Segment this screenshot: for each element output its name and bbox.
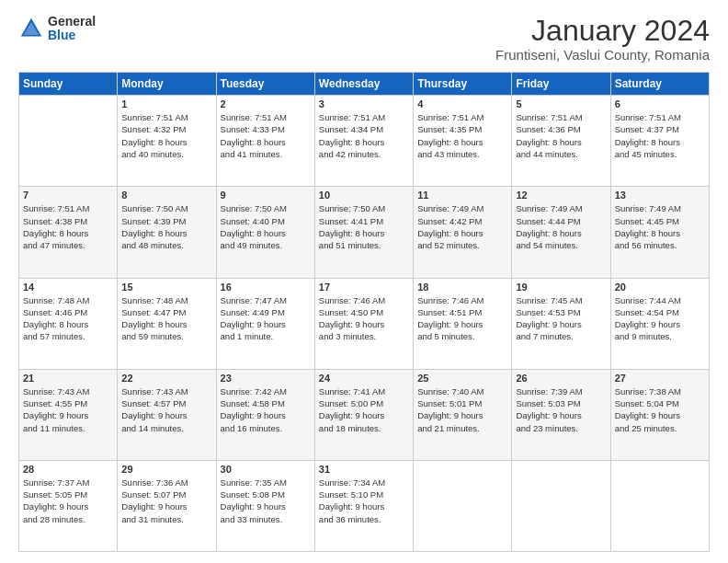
calendar-weekday: Tuesday: [216, 73, 314, 96]
day-number: 25: [417, 373, 507, 384]
day-number: 11: [417, 190, 507, 201]
calendar-cell: 24Sunrise: 7:41 AMSunset: 5:00 PMDayligh…: [314, 369, 413, 460]
calendar-cell: 11Sunrise: 7:49 AMSunset: 4:42 PMDayligh…: [414, 187, 512, 278]
day-number: 20: [615, 282, 705, 293]
day-info: Sunrise: 7:47 AMSunset: 4:49 PMDaylight:…: [221, 294, 311, 343]
day-info: Sunrise: 7:50 AMSunset: 4:39 PMDaylight:…: [121, 202, 211, 251]
calendar-row: 7Sunrise: 7:51 AMSunset: 4:38 PMDaylight…: [19, 187, 710, 278]
calendar-cell: 14Sunrise: 7:48 AMSunset: 4:46 PMDayligh…: [19, 278, 118, 369]
calendar-cell: [610, 460, 709, 551]
day-info: Sunrise: 7:51 AMSunset: 4:32 PMDaylight:…: [121, 111, 211, 160]
day-info: Sunrise: 7:49 AMSunset: 4:45 PMDaylight:…: [615, 202, 705, 251]
calendar-cell: 23Sunrise: 7:42 AMSunset: 4:58 PMDayligh…: [216, 369, 314, 460]
day-number: 30: [221, 464, 311, 475]
day-number: 16: [221, 282, 311, 293]
calendar-cell: [512, 460, 610, 551]
calendar-cell: 22Sunrise: 7:43 AMSunset: 4:57 PMDayligh…: [118, 369, 216, 460]
day-info: Sunrise: 7:50 AMSunset: 4:40 PMDaylight:…: [221, 202, 311, 251]
day-number: 23: [221, 373, 311, 384]
day-number: 8: [121, 190, 211, 201]
calendar-cell: 31Sunrise: 7:34 AMSunset: 5:10 PMDayligh…: [314, 460, 413, 551]
calendar-row: 1Sunrise: 7:51 AMSunset: 4:32 PMDaylight…: [19, 96, 710, 187]
day-info: Sunrise: 7:37 AMSunset: 5:05 PMDaylight:…: [23, 477, 113, 525]
calendar-row: 28Sunrise: 7:37 AMSunset: 5:05 PMDayligh…: [19, 460, 710, 551]
day-number: 26: [516, 373, 606, 384]
day-info: Sunrise: 7:43 AMSunset: 4:57 PMDaylight:…: [121, 385, 211, 434]
day-info: Sunrise: 7:42 AMSunset: 4:58 PMDaylight:…: [221, 385, 311, 434]
calendar-cell: [19, 96, 118, 187]
calendar-cell: 18Sunrise: 7:46 AMSunset: 4:51 PMDayligh…: [414, 278, 512, 369]
day-number: 22: [121, 373, 211, 384]
calendar-cell: 8Sunrise: 7:50 AMSunset: 4:39 PMDaylight…: [118, 187, 216, 278]
day-info: Sunrise: 7:51 AMSunset: 4:38 PMDaylight:…: [23, 202, 113, 251]
day-number: 12: [516, 190, 606, 201]
calendar-cell: 12Sunrise: 7:49 AMSunset: 4:44 PMDayligh…: [512, 187, 610, 278]
calendar-weekday: Sunday: [19, 73, 118, 96]
day-number: 28: [23, 464, 113, 475]
day-info: Sunrise: 7:49 AMSunset: 4:44 PMDaylight:…: [516, 202, 606, 251]
day-info: Sunrise: 7:40 AMSunset: 5:01 PMDaylight:…: [417, 385, 507, 434]
day-number: 7: [23, 190, 113, 201]
day-info: Sunrise: 7:46 AMSunset: 4:50 PMDaylight:…: [319, 294, 409, 343]
day-info: Sunrise: 7:39 AMSunset: 5:03 PMDaylight:…: [516, 385, 606, 434]
calendar-cell: 4Sunrise: 7:51 AMSunset: 4:35 PMDaylight…: [414, 96, 512, 187]
day-number: 27: [615, 373, 705, 384]
day-info: Sunrise: 7:41 AMSunset: 5:00 PMDaylight:…: [319, 385, 409, 434]
day-info: Sunrise: 7:43 AMSunset: 4:55 PMDaylight:…: [23, 385, 113, 434]
day-info: Sunrise: 7:51 AMSunset: 4:33 PMDaylight:…: [221, 111, 311, 160]
title-block: January 2024 Fruntiseni, Vaslui County, …: [495, 15, 710, 63]
day-number: 6: [615, 98, 705, 109]
calendar-cell: 6Sunrise: 7:51 AMSunset: 4:37 PMDaylight…: [610, 96, 709, 187]
calendar-cell: 17Sunrise: 7:46 AMSunset: 4:50 PMDayligh…: [314, 278, 413, 369]
day-number: 9: [221, 190, 311, 201]
calendar-weekday: Wednesday: [314, 73, 413, 96]
day-number: 17: [319, 282, 409, 293]
calendar-row: 14Sunrise: 7:48 AMSunset: 4:46 PMDayligh…: [19, 278, 710, 369]
logo-text: General Blue: [48, 15, 96, 43]
day-number: 31: [319, 464, 409, 475]
day-info: Sunrise: 7:51 AMSunset: 4:34 PMDaylight:…: [319, 111, 409, 160]
calendar-cell: 2Sunrise: 7:51 AMSunset: 4:33 PMDaylight…: [216, 96, 314, 187]
day-number: 13: [615, 190, 705, 201]
day-number: 4: [417, 98, 507, 109]
day-number: 5: [516, 98, 606, 109]
day-info: Sunrise: 7:34 AMSunset: 5:10 PMDaylight:…: [319, 477, 409, 525]
calendar: SundayMondayTuesdayWednesdayThursdayFrid…: [18, 72, 710, 552]
day-number: 19: [516, 282, 606, 293]
calendar-cell: 1Sunrise: 7:51 AMSunset: 4:32 PMDaylight…: [118, 96, 216, 187]
calendar-cell: 28Sunrise: 7:37 AMSunset: 5:05 PMDayligh…: [19, 460, 118, 551]
day-number: 3: [319, 98, 409, 109]
calendar-cell: 27Sunrise: 7:38 AMSunset: 5:04 PMDayligh…: [610, 369, 709, 460]
day-number: 1: [121, 98, 211, 109]
calendar-header-row: SundayMondayTuesdayWednesdayThursdayFrid…: [19, 73, 710, 96]
calendar-cell: [414, 460, 512, 551]
calendar-cell: 21Sunrise: 7:43 AMSunset: 4:55 PMDayligh…: [19, 369, 118, 460]
calendar-cell: 29Sunrise: 7:36 AMSunset: 5:07 PMDayligh…: [118, 460, 216, 551]
day-info: Sunrise: 7:45 AMSunset: 4:53 PMDaylight:…: [516, 294, 606, 343]
day-info: Sunrise: 7:51 AMSunset: 4:37 PMDaylight:…: [615, 111, 705, 160]
logo-general-text: General: [48, 15, 96, 29]
calendar-cell: 20Sunrise: 7:44 AMSunset: 4:54 PMDayligh…: [610, 278, 709, 369]
page-title: January 2024: [495, 15, 710, 47]
calendar-cell: 25Sunrise: 7:40 AMSunset: 5:01 PMDayligh…: [414, 369, 512, 460]
day-number: 10: [319, 190, 409, 201]
day-info: Sunrise: 7:46 AMSunset: 4:51 PMDaylight:…: [417, 294, 507, 343]
calendar-weekday: Thursday: [414, 73, 512, 96]
day-info: Sunrise: 7:48 AMSunset: 4:47 PMDaylight:…: [121, 294, 211, 343]
calendar-cell: 26Sunrise: 7:39 AMSunset: 5:03 PMDayligh…: [512, 369, 610, 460]
day-info: Sunrise: 7:38 AMSunset: 5:04 PMDaylight:…: [615, 385, 705, 434]
day-number: 14: [23, 282, 113, 293]
calendar-cell: 5Sunrise: 7:51 AMSunset: 4:36 PMDaylight…: [512, 96, 610, 187]
day-number: 29: [121, 464, 211, 475]
calendar-weekday: Friday: [512, 73, 610, 96]
calendar-cell: 7Sunrise: 7:51 AMSunset: 4:38 PMDaylight…: [19, 187, 118, 278]
calendar-cell: 16Sunrise: 7:47 AMSunset: 4:49 PMDayligh…: [216, 278, 314, 369]
calendar-cell: 9Sunrise: 7:50 AMSunset: 4:40 PMDaylight…: [216, 187, 314, 278]
day-info: Sunrise: 7:35 AMSunset: 5:08 PMDaylight:…: [221, 477, 311, 525]
calendar-cell: 3Sunrise: 7:51 AMSunset: 4:34 PMDaylight…: [314, 96, 413, 187]
day-number: 2: [221, 98, 311, 109]
day-info: Sunrise: 7:49 AMSunset: 4:42 PMDaylight:…: [417, 202, 507, 251]
calendar-cell: 15Sunrise: 7:48 AMSunset: 4:47 PMDayligh…: [118, 278, 216, 369]
logo: General Blue: [18, 15, 96, 43]
day-number: 18: [417, 282, 507, 293]
